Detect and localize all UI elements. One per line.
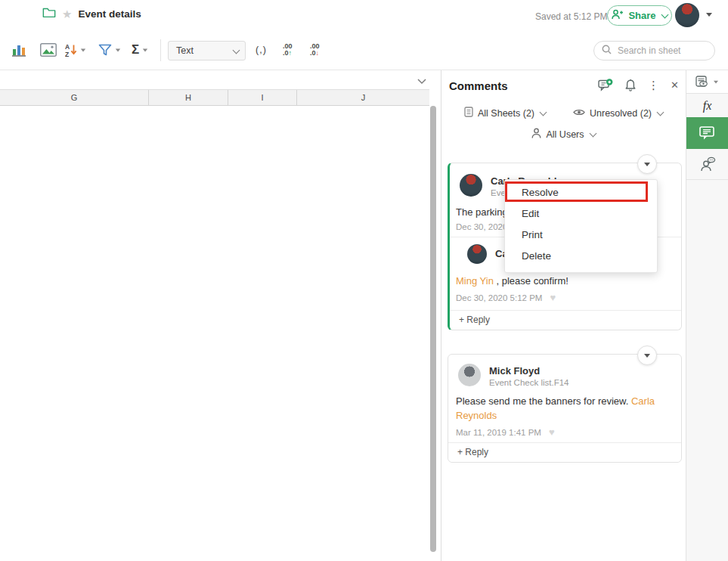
like-heart-icon[interactable]: ♥: [549, 426, 555, 438]
sidebar-comments-button-active[interactable]: [686, 117, 728, 149]
account-menu-caret-icon[interactable]: [706, 13, 712, 17]
menu-item-print[interactable]: Print: [505, 225, 657, 246]
sigma-icon: Σ: [132, 42, 139, 57]
sort-button[interactable]: AZ: [65, 30, 86, 70]
image-icon: [40, 43, 57, 57]
comment-filters-row-2: All Users: [441, 128, 686, 141]
reply-avatar: [467, 244, 487, 264]
right-sidebar: fx: [686, 70, 728, 561]
collapse-chevron-icon[interactable]: [417, 74, 427, 88]
toolbar-separator: [160, 39, 161, 61]
share-button[interactable]: Share: [607, 5, 672, 26]
menu-item-delete[interactable]: Delete: [505, 246, 657, 267]
folder-icon[interactable]: [42, 7, 56, 21]
filter-all-users-label: All Users: [546, 129, 584, 140]
search-in-sheet[interactable]: [593, 41, 715, 60]
filter-users-chevron-icon: [589, 130, 596, 138]
filter-all-users[interactable]: All Users: [531, 128, 595, 141]
comment-2-author: Mick Floyd: [489, 365, 540, 377]
sum-button[interactable]: Σ: [132, 30, 148, 70]
decrease-decimal-button[interactable]: .00 .0↓: [310, 30, 320, 70]
user-avatar[interactable]: [675, 3, 699, 27]
column-header-j[interactable]: J: [297, 90, 429, 105]
filter-unresolved[interactable]: Unresolved (2): [573, 107, 663, 119]
decrease-decimal-icon: .00 .0↓: [310, 43, 320, 57]
filter-all-sheets-label: All Sheets (2): [478, 108, 534, 119]
eye-icon: [573, 108, 585, 119]
column-headers: G H I J: [0, 89, 429, 106]
document-eye-icon: [695, 76, 710, 88]
comment-1-avatar: [460, 174, 482, 197]
column-header-g[interactable]: G: [0, 90, 149, 105]
notifications-bell-icon[interactable]: [624, 79, 637, 91]
caret-down-icon: [644, 163, 650, 166]
add-comment-icon[interactable]: [598, 79, 613, 91]
person-chat-icon: [699, 157, 716, 172]
svg-text:Z: Z: [65, 51, 69, 57]
comment-2-cell-ref: Event Check list.F14: [489, 378, 568, 387]
comment-2-date-row: Mar 11, 2019 1:41 PM♥: [456, 426, 555, 438]
chart-icon: [12, 43, 27, 57]
caret-down-icon: [644, 354, 650, 358]
saved-status: Saved at 5:12 PM: [535, 11, 607, 22]
insert-chart-button[interactable]: [12, 30, 27, 70]
mention-ming-yin: Ming Yin: [456, 275, 494, 287]
comma-format-button[interactable]: (,): [256, 30, 267, 70]
comments-panel: Comments ⋮ ✕ All Sheets (2): [441, 70, 686, 561]
search-icon: [602, 44, 612, 57]
reply-text: Ming Yin , please confirm!: [456, 274, 675, 288]
comment-2-reply-button[interactable]: + Reply: [448, 442, 681, 462]
comment-1-date: Dec 30, 2020: [456, 222, 507, 231]
like-heart-icon[interactable]: ♥: [550, 292, 556, 303]
format-select-value: Text: [176, 45, 194, 56]
comments-panel-actions: ⋮ ✕: [598, 79, 679, 91]
comment-2-text: Please send me the banners for review. C…: [456, 394, 677, 423]
more-options-kebab-icon[interactable]: ⋮: [648, 79, 659, 91]
format-select-chevron-icon: [233, 46, 240, 54]
document-info: ★ Event details: [42, 7, 141, 21]
sort-caret-icon: [81, 48, 85, 51]
filter-unresolved-label: Unresolved (2): [590, 108, 652, 119]
insert-image-button[interactable]: [40, 30, 57, 70]
sum-caret-icon: [143, 48, 147, 51]
sort-az-icon: AZ: [65, 43, 77, 57]
comment-2-avatar: [458, 364, 481, 386]
sidebar-formula-button[interactable]: fx: [686, 96, 728, 116]
sidebar-collaborate-button[interactable]: [686, 149, 728, 180]
comment-card-2: Mick Floyd Event Check list.F14 Please s…: [448, 354, 682, 463]
document-title[interactable]: Event details: [78, 8, 141, 20]
share-user-icon: [612, 9, 624, 22]
view-options-button[interactable]: [686, 70, 728, 94]
favorite-star-icon[interactable]: ★: [62, 8, 72, 20]
comment-2-menu-button[interactable]: [637, 346, 657, 365]
share-chevron-icon: [661, 11, 668, 19]
filter-caret-icon: [116, 48, 120, 51]
comment-bubble-icon: [699, 126, 716, 141]
view-options-caret-icon: [714, 80, 718, 83]
comments-panel-title: Comments: [449, 79, 508, 92]
toolbar: AZ Σ Text (,) .00 .0↑ .00 .0↓: [0, 30, 728, 70]
format-select[interactable]: Text: [168, 41, 246, 60]
filter-funnel-icon: [98, 44, 112, 56]
fx-icon: fx: [703, 99, 712, 113]
filter-sheets-chevron-icon: [540, 109, 547, 116]
column-header-i[interactable]: I: [228, 90, 297, 105]
search-input[interactable]: [616, 45, 707, 57]
comma-format-icon: (,): [256, 45, 267, 55]
spreadsheet-app: ★ Event details Saved at 5:12 PM Share A…: [0, 0, 728, 561]
close-panel-icon[interactable]: ✕: [671, 80, 679, 90]
filter-button[interactable]: [98, 30, 121, 70]
person-icon: [531, 128, 541, 141]
filter-unresolved-chevron-icon: [657, 109, 664, 116]
increase-decimal-button[interactable]: .00 .0↑: [283, 30, 293, 70]
menu-item-edit[interactable]: Edit: [505, 203, 657, 225]
vertical-scrollbar[interactable]: [430, 106, 436, 552]
column-header-h[interactable]: H: [149, 90, 228, 105]
share-label: Share: [628, 10, 655, 21]
increase-decimal-icon: .00 .0↑: [283, 43, 293, 57]
comment-1-menu-button[interactable]: [637, 154, 657, 174]
filter-all-sheets[interactable]: All Sheets (2): [464, 107, 546, 119]
comment-1-reply-button[interactable]: + Reply: [450, 310, 681, 330]
topbar: ★ Event details Saved at 5:12 PM Share: [0, 0, 728, 30]
menu-item-resolve[interactable]: Resolve: [505, 182, 657, 203]
